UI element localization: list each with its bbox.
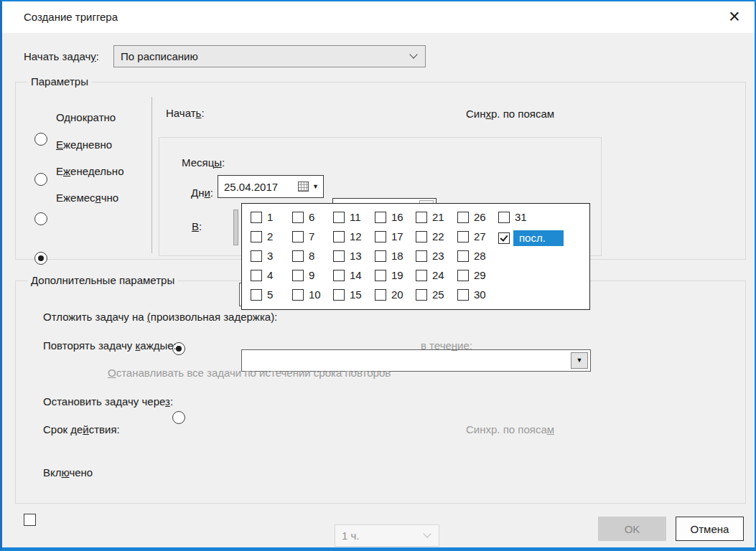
day-checkbox[interactable] (457, 212, 469, 223)
day-label[interactable]: 27 (474, 230, 486, 242)
weeks-label[interactable]: В: (192, 220, 202, 232)
day-checkbox[interactable] (292, 289, 304, 301)
day-option[interactable]: 11 (333, 211, 361, 223)
day-checkbox[interactable] (375, 289, 386, 301)
day-checkbox[interactable] (292, 250, 304, 262)
schedule-radio-label[interactable]: Ежемесячно (56, 192, 118, 204)
day-checkbox[interactable] (498, 212, 510, 223)
day-label[interactable]: 31 (515, 211, 527, 223)
day-checkbox[interactable] (251, 212, 262, 223)
close-icon[interactable]: × (723, 6, 746, 28)
day-label[interactable]: 21 (432, 211, 444, 223)
day-checkbox[interactable] (333, 270, 345, 281)
day-label[interactable]: 29 (474, 269, 486, 281)
day-label[interactable]: 12 (350, 230, 362, 242)
day-option[interactable]: посл. (498, 230, 564, 246)
day-label[interactable]: 9 (309, 269, 314, 281)
day-checkbox[interactable] (375, 270, 386, 281)
day-label[interactable]: 11 (350, 211, 361, 223)
schedule-radio[interactable] (34, 133, 47, 146)
day-checkbox[interactable] (416, 231, 427, 242)
day-checkbox[interactable] (292, 270, 304, 281)
day-label[interactable]: 3 (267, 250, 273, 262)
schedule-radio-label[interactable]: Однократно (56, 111, 116, 123)
day-checkbox[interactable] (251, 250, 262, 262)
day-label[interactable]: 16 (391, 211, 403, 223)
day-checkbox[interactable] (416, 212, 427, 223)
day-checkbox[interactable] (251, 289, 262, 301)
day-option[interactable]: 17 (375, 230, 403, 242)
day-option[interactable]: 18 (375, 250, 403, 262)
day-option[interactable]: 3 (251, 250, 273, 262)
day-checkbox[interactable] (457, 270, 469, 281)
enabled-label[interactable]: Включено (43, 466, 93, 479)
scrollbar-thumb[interactable] (233, 209, 238, 245)
expire-label[interactable]: Срок действия: (43, 423, 120, 435)
day-label[interactable]: 17 (391, 230, 403, 242)
day-label[interactable]: 8 (309, 250, 314, 262)
day-checkbox[interactable] (375, 212, 386, 223)
delay-label[interactable]: Отложить задачу на (произвольная задержк… (43, 311, 277, 323)
day-option[interactable]: 23 (416, 250, 444, 262)
day-option[interactable]: 28 (457, 250, 486, 262)
day-label[interactable]: 24 (432, 269, 444, 281)
sync-timezone-label[interactable]: Синхр. по поясам (466, 108, 554, 120)
cancel-button[interactable]: Отмена (676, 517, 744, 541)
day-option[interactable]: 14 (333, 269, 362, 281)
schedule-radio[interactable] (34, 212, 47, 225)
day-checkbox[interactable] (416, 289, 427, 301)
day-label[interactable]: 6 (309, 211, 314, 223)
day-checkbox[interactable] (375, 231, 386, 242)
day-label[interactable]: 4 (267, 269, 273, 281)
days-label[interactable]: Дни: (191, 187, 213, 199)
schedule-radio-label[interactable]: Еженедельно (56, 165, 124, 177)
stop-after-label[interactable]: Остановить задачу через: (43, 395, 173, 408)
day-checkbox[interactable] (333, 289, 345, 301)
day-option[interactable]: 10 (292, 288, 321, 301)
day-label[interactable]: 18 (391, 250, 403, 262)
day-label[interactable]: 28 (474, 250, 486, 262)
day-label[interactable]: 26 (474, 211, 486, 223)
day-label[interactable]: 25 (432, 288, 444, 301)
day-label[interactable]: 1 (267, 211, 273, 223)
day-checkbox[interactable] (498, 232, 510, 244)
day-option[interactable]: 21 (416, 211, 444, 223)
schedule-radio[interactable] (34, 252, 47, 265)
day-label[interactable]: 22 (432, 230, 444, 242)
day-option[interactable]: 13 (333, 250, 362, 262)
day-checkbox[interactable] (457, 250, 469, 262)
day-checkbox[interactable] (251, 270, 262, 281)
day-checkbox[interactable] (333, 212, 345, 223)
schedule-radio[interactable] (34, 173, 47, 186)
day-label[interactable]: 7 (309, 230, 314, 242)
day-option[interactable]: 12 (333, 230, 362, 242)
day-label[interactable]: 15 (350, 288, 362, 301)
day-label[interactable]: 14 (350, 269, 362, 281)
day-label[interactable]: 23 (432, 250, 444, 262)
repeat-label[interactable]: Повторять задачу каждые: (43, 339, 177, 352)
day-checkbox[interactable] (251, 231, 262, 242)
day-label[interactable]: 10 (309, 288, 321, 301)
day-option[interactable]: 1 (251, 211, 273, 223)
day-option[interactable]: 22 (416, 230, 444, 242)
day-option[interactable]: 27 (457, 230, 486, 242)
day-checkbox[interactable] (333, 231, 345, 242)
day-option[interactable]: 25 (416, 288, 444, 301)
day-label[interactable]: 19 (391, 269, 403, 281)
day-option[interactable]: 2 (251, 230, 273, 242)
day-checkbox[interactable] (292, 212, 304, 223)
day-label[interactable]: 13 (350, 250, 362, 262)
day-option[interactable]: 7 (292, 230, 314, 242)
day-option[interactable]: 19 (375, 269, 403, 281)
day-option[interactable]: 31 (498, 211, 527, 223)
delay-checkbox[interactable] (24, 514, 36, 526)
day-option[interactable]: 4 (251, 269, 273, 281)
day-label[interactable]: 20 (391, 288, 403, 301)
day-option[interactable]: 6 (292, 211, 314, 223)
day-checkbox[interactable] (457, 231, 469, 242)
begin-task-select[interactable]: По расписанию (113, 45, 426, 67)
day-checkbox[interactable] (375, 250, 386, 262)
day-option[interactable]: 8 (292, 250, 314, 262)
day-option[interactable]: 20 (375, 288, 403, 301)
day-option[interactable]: 15 (333, 288, 362, 301)
